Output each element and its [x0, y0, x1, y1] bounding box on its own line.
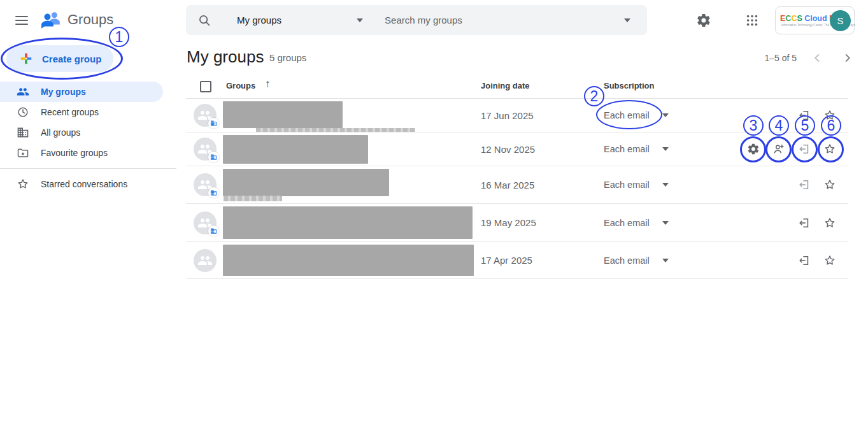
- gear-icon: [747, 143, 760, 155]
- leave-group-button[interactable]: [794, 139, 815, 159]
- leave-group-icon: [798, 109, 811, 122]
- subscription-value: Each email: [604, 218, 650, 228]
- joining-date: 12 Nov 2025: [481, 133, 535, 166]
- group-row[interactable]: 12 Nov 2025 Each email: [186, 133, 848, 166]
- add-members-button[interactable]: [769, 139, 789, 159]
- star-icon: [823, 217, 836, 229]
- workspace-account-badge[interactable]: ECCS Cloud Mail Information Technology C…: [775, 6, 855, 34]
- chevron-down-icon: [357, 18, 363, 22]
- sidebar-item-starred-conversations[interactable]: Starred conversations: [0, 174, 163, 194]
- select-all-checkbox[interactable]: [200, 81, 211, 92]
- subscription-dropdown[interactable]: Each email: [604, 99, 675, 132]
- main-menu-icon[interactable]: [10, 9, 33, 32]
- redacted-group-name: [223, 169, 389, 196]
- leave-group-button[interactable]: [794, 250, 815, 271]
- sidebar-nav: My groups Recent groups All groups Favou…: [0, 82, 176, 194]
- leave-group-button[interactable]: [794, 213, 815, 233]
- star-icon: [823, 109, 836, 122]
- next-page-button[interactable]: [835, 45, 860, 71]
- star-group-button[interactable]: [820, 250, 840, 271]
- app-name: Groups: [68, 11, 113, 28]
- subscription-dropdown[interactable]: Each email: [604, 133, 675, 166]
- google-apps-button[interactable]: [739, 8, 765, 33]
- star-group-button[interactable]: [820, 175, 840, 195]
- eccs-letter: S: [797, 14, 802, 23]
- joining-date: 16 Mar 2025: [481, 166, 534, 203]
- folder-star-icon: [17, 147, 29, 159]
- group-avatar: [194, 173, 217, 196]
- sidebar-item-label: All groups: [41, 127, 80, 138]
- leave-group-icon: [798, 254, 811, 267]
- search-input[interactable]: [385, 15, 624, 25]
- eccs-word-cloud: Cloud: [804, 14, 827, 23]
- leave-group-icon: [798, 178, 811, 191]
- apps-grid-icon: [745, 13, 759, 27]
- group-count: 5 groups: [269, 52, 306, 63]
- groups-logo[interactable]: Groups: [39, 8, 113, 31]
- sidebar-divider: [0, 168, 176, 169]
- settings-button[interactable]: [691, 8, 716, 33]
- star-icon: [823, 254, 836, 267]
- group-settings-button[interactable]: [743, 139, 764, 159]
- redaction-remnant: [256, 128, 415, 132]
- domain-icon: [17, 126, 29, 139]
- subscription-dropdown[interactable]: Each email: [604, 204, 675, 241]
- column-header-groups[interactable]: Groups: [226, 81, 255, 90]
- subscription-dropdown[interactable]: Each email: [604, 242, 675, 278]
- sort-ascending-icon[interactable]: ↑: [265, 78, 271, 90]
- star-group-button[interactable]: [820, 213, 840, 233]
- group-avatar: [194, 249, 217, 272]
- leave-group-icon: [798, 143, 811, 155]
- star-group-button[interactable]: [820, 105, 840, 125]
- account-avatar[interactable]: S: [830, 10, 851, 31]
- column-header-joining-date: Joining date: [481, 81, 530, 90]
- subscription-value: Each email: [604, 255, 650, 266]
- gear-icon: [696, 13, 711, 28]
- sidebar-item-my-groups[interactable]: My groups: [0, 82, 163, 102]
- subscription-dropdown[interactable]: Each email: [604, 166, 675, 203]
- search-options-chevron-icon[interactable]: [624, 18, 630, 22]
- group-row[interactable]: 17 Jun 2025 Each email: [186, 99, 848, 133]
- top-app-bar: Groups My groups ECCS Cloud Mail Informa…: [0, 0, 868, 41]
- groups-logo-icon: [39, 8, 62, 31]
- sidebar-item-recent-groups[interactable]: Recent groups: [0, 102, 163, 122]
- search-scope-value: My groups: [237, 15, 281, 25]
- people-icon: [17, 85, 29, 98]
- group-row[interactable]: 16 Mar 2025 Each email: [186, 166, 848, 204]
- joining-date: 19 May 2025: [481, 204, 536, 241]
- table-header-row: Groups ↑ Joining date Subscription: [186, 76, 848, 99]
- organization-badge-icon: [208, 152, 219, 162]
- group-row[interactable]: 19 May 2025 Each email: [186, 204, 848, 242]
- sidebar-item-label: My groups: [41, 87, 86, 97]
- sidebar-item-all-groups[interactable]: All groups: [0, 122, 163, 143]
- create-group-button[interactable]: Create group: [6, 45, 113, 72]
- redaction-remnant: [224, 196, 282, 201]
- sidebar-item-label: Favourite groups: [41, 148, 108, 158]
- create-group-label: Create group: [42, 54, 101, 64]
- pagination-label: 1–5 of 5: [764, 53, 797, 63]
- search-scope-dropdown[interactable]: My groups: [237, 15, 363, 25]
- star-group-button[interactable]: [820, 139, 840, 159]
- search-icon: [197, 13, 211, 27]
- people-icon: [197, 253, 213, 268]
- leave-group-button[interactable]: [794, 105, 815, 125]
- redacted-group-name: [223, 206, 473, 239]
- sidebar-item-favourite-groups[interactable]: Favourite groups: [0, 143, 163, 163]
- redacted-group-name: [223, 245, 474, 276]
- group-avatar: [194, 211, 217, 234]
- subscription-value: Each email: [604, 110, 650, 120]
- chevron-down-icon: [662, 221, 669, 225]
- search-bar[interactable]: My groups: [186, 5, 647, 35]
- previous-page-button[interactable]: [804, 45, 830, 71]
- sidebar-item-label: Recent groups: [41, 107, 99, 117]
- leave-group-button[interactable]: [794, 175, 815, 195]
- chevron-down-icon: [662, 183, 669, 187]
- joining-date: 17 Apr 2025: [481, 242, 532, 278]
- pagination: 1–5 of 5: [764, 45, 860, 71]
- chevron-right-icon: [841, 51, 855, 65]
- joining-date: 17 Jun 2025: [481, 99, 534, 132]
- redacted-group-name: [223, 101, 343, 128]
- clock-icon: [17, 106, 29, 118]
- group-row[interactable]: 17 Apr 2025 Each email: [186, 242, 848, 279]
- groups-table: Groups ↑ Joining date Subscription 17 Ju…: [186, 76, 848, 279]
